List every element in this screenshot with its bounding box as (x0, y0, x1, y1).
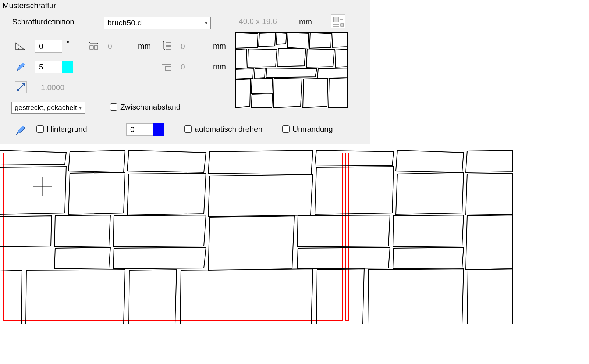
svg-rect-14 (165, 67, 171, 70)
dimension-icon (331, 15, 345, 28)
intermediate-checkbox[interactable]: Zwischenabstand (110, 103, 180, 111)
svg-rect-9 (94, 46, 98, 49)
definition-dropdown[interactable]: bruch50.d ▾ (104, 17, 211, 29)
svg-rect-11 (166, 42, 171, 46)
bg-color-swatch[interactable] (153, 123, 164, 136)
size-readout: 40.0 x 19.6 (235, 15, 294, 28)
offset-y-input[interactable]: 0 (177, 40, 204, 53)
scale-input[interactable]: 1.0000 (35, 81, 70, 94)
angle-unit: ° (67, 39, 70, 48)
pattern-preview (235, 32, 348, 108)
pattern-hatch-panel: Musterschraffur Schraffurdefinition bruc… (0, 0, 370, 144)
definition-label: Schraffurdefinition (12, 17, 74, 26)
scale-icon[interactable] (15, 81, 27, 93)
stone-pattern-icon (236, 33, 347, 108)
checkbox-box (36, 125, 44, 133)
pen-icon (15, 125, 26, 136)
gap-icon (162, 61, 173, 72)
pen-input[interactable]: 5 (35, 61, 62, 73)
bg-pen-input[interactable]: 0 (126, 123, 153, 136)
svg-rect-12 (166, 46, 171, 50)
gap-input[interactable]: 0 (177, 61, 204, 73)
chevron-down-icon: ▾ (205, 20, 207, 26)
angle-icon (15, 41, 26, 52)
offset-x-icon (89, 41, 100, 52)
auto-rotate-checkbox[interactable]: automatisch drehen (184, 125, 262, 133)
offset-x-unit: mm (138, 42, 151, 50)
svg-rect-0 (333, 17, 338, 22)
mode-value: gestreckt, gekachelt (15, 104, 77, 112)
gap-unit: mm (213, 62, 226, 71)
size-unit: mm (299, 17, 312, 26)
svg-line-15 (17, 83, 25, 91)
chevron-down-icon: ▾ (79, 105, 82, 111)
pen-color-swatch[interactable] (62, 61, 73, 73)
svg-rect-8 (90, 46, 93, 49)
svg-rect-6 (341, 24, 344, 26)
offset-y-icon (162, 41, 173, 52)
checkbox-box (110, 103, 117, 111)
panel-title: Musterschraffur (3, 1, 56, 10)
checkbox-box (282, 125, 290, 133)
measure-mode-button[interactable] (331, 14, 345, 28)
offset-x-input[interactable]: 0 (104, 40, 131, 53)
angle-input[interactable]: 0 (35, 40, 62, 53)
definition-value: bruch50.d (107, 18, 142, 27)
checkbox-box (184, 125, 192, 133)
background-checkbox[interactable]: Hintergrund (36, 125, 87, 133)
pen-icon (15, 61, 26, 72)
mode-dropdown[interactable]: gestreckt, gekachelt ▾ (11, 102, 85, 114)
offset-y-unit: mm (213, 42, 226, 50)
border-checkbox[interactable]: Umrandung (282, 125, 333, 133)
